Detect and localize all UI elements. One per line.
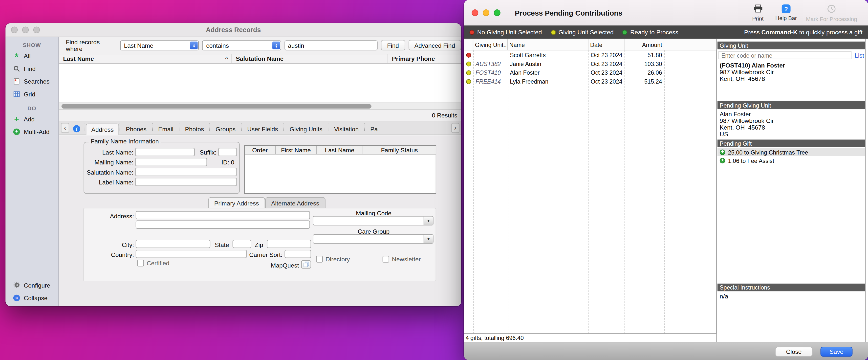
mailing-code-dropdown[interactable]: ▼ [313,216,434,226]
results-table-body[interactable] [59,64,461,103]
horizontal-scrollbar[interactable] [59,103,461,110]
tab-photos[interactable]: Photos [180,123,209,134]
tab-primary-address[interactable]: Primary Address [208,197,265,208]
tab-email[interactable]: Email [153,123,179,134]
search-value-input[interactable] [285,40,378,50]
directory-checkbox[interactable] [316,256,323,263]
sidebar-item-grid[interactable]: Grid [5,88,58,100]
zoom-button[interactable] [494,9,500,16]
pending-unit-address1: 987 Willowbrook Cir [720,117,774,124]
tab-phones[interactable]: Phones [121,123,152,134]
gift-label: 25.00 to Giving Christmas Tree [728,149,808,155]
last-name-field[interactable] [135,148,195,156]
operator-select[interactable]: contains ▲▼ [203,40,281,50]
print-button[interactable]: Print [747,4,769,22]
list-link[interactable]: List [855,52,864,58]
tab-pa-truncated[interactable]: Pa [365,123,382,134]
find-bar: Find records where Last Name ▲▼ contains… [59,37,461,53]
scroll-tabs-left-button[interactable]: ‹ [61,123,69,133]
tab-address[interactable]: Address [86,123,119,135]
column-header-giving-unit[interactable]: Giving Unit... [473,39,508,50]
table-row[interactable]: FREE414 Lyla Freedman Oct 23 2024 515.24 [464,77,716,86]
search-icon [13,65,21,72]
tab-separator [364,123,365,130]
pending-gifts-table[interactable]: Giving Unit... Name Date Amount Scott Ga… [464,39,717,342]
column-header-salutation-name[interactable]: Salutation Name [232,54,388,63]
certified-checkbox[interactable] [137,260,144,267]
giving-unit-search-input[interactable] [718,51,851,59]
table-row[interactable]: AUST382 Janie Austin Oct 23 2024 103.30 [464,59,716,68]
suffix-field[interactable] [218,148,237,156]
sidebar-item-searches[interactable]: Searches [5,75,58,88]
save-button[interactable]: Save [820,347,853,357]
table-row[interactable]: FOST410 Alan Foster Oct 23 2024 26.06 [464,68,716,77]
country-field[interactable] [136,250,247,258]
column-header-date[interactable]: Date [588,39,625,50]
city-label: City: [84,242,134,248]
city-field[interactable] [136,240,210,248]
tab-user-fields[interactable]: User Fields [242,123,283,134]
sidebar-item-label: Multi-Add [24,128,50,135]
sidebar-item-all[interactable]: * All [5,49,58,62]
address-line1-field[interactable] [136,211,310,219]
column-header-family-status[interactable]: Family Status [363,146,435,154]
column-header-primary-phone[interactable]: Primary Phone [388,54,461,63]
date-cell: Oct 23 2024 [588,78,625,85]
column-header-last-name[interactable]: Last Name ^ [59,54,232,63]
scroll-tabs-right-button[interactable]: › [451,123,460,133]
sidebar-item-multi-add[interactable]: + Multi-Add [5,125,58,138]
mailing-name-field[interactable] [135,158,207,166]
column-header-name[interactable]: Name [508,39,588,50]
scrollbar-thumb[interactable] [62,104,371,109]
sidebar-item-configure[interactable]: Configure [5,279,58,292]
close-button[interactable]: Close [775,347,813,357]
tab-info[interactable]: i [69,123,84,134]
column-header-order[interactable]: Order [245,146,276,154]
window-title: Address Records [5,26,461,34]
tab-visitation[interactable]: Visitation [329,123,364,134]
sidebar-item-collapse[interactable]: « Collapse [5,291,58,304]
pending-unit-country: US [720,131,774,138]
state-field[interactable] [232,240,251,248]
help-bar-button[interactable]: ? Help Bar [772,4,800,21]
tab-groups[interactable]: Groups [211,123,241,134]
zoom-button[interactable] [33,27,40,33]
field-select[interactable]: Last Name ▲▼ [120,40,199,50]
red-status-dot [466,53,471,57]
address-window-titlebar[interactable]: Address Records [5,23,461,37]
find-button[interactable]: Find [381,40,405,51]
scroll-left-icon: ‹ [64,124,66,132]
pending-gift-item[interactable]: + 25.00 to Giving Christmas Tree [717,148,865,156]
close-button[interactable] [471,9,478,16]
directory-label: Directory [326,256,350,263]
newsletter-checkbox[interactable] [382,256,389,263]
label-name-field[interactable] [135,178,237,186]
close-button[interactable] [11,27,18,33]
column-header-status[interactable] [464,39,473,50]
column-header-last-name[interactable]: Last Name [317,146,363,154]
salutation-name-field[interactable] [135,168,237,176]
care-group-dropdown[interactable]: ▼ [313,234,434,244]
zip-field[interactable] [267,240,311,248]
address-line2-field[interactable] [136,220,310,229]
minimize-button[interactable] [483,9,489,16]
column-header-first-name[interactable]: First Name [276,146,317,154]
sidebar-item-add[interactable]: + Add [5,113,58,125]
tab-giving-units[interactable]: Giving Units [285,123,328,134]
sidebar-item-find[interactable]: Find [5,62,58,75]
mapquest-button[interactable] [301,260,311,269]
gifts-table-header: Giving Unit... Name Date Amount [464,39,716,51]
carrier-sort-field[interactable] [284,250,311,258]
minimize-button[interactable] [22,27,29,33]
pending-gift-item[interactable]: + 1.06 to Fee Assist [717,156,865,165]
pending-giving-unit: Alan Foster 987 Willowbrook Cir Kent, OH… [720,111,774,138]
column-header-amount[interactable]: Amount [625,39,664,50]
mark-for-processing-button-disabled[interactable]: Mark For Processing [803,4,860,22]
tab-alternate-address[interactable]: Alternate Address [265,197,325,208]
advanced-find-button[interactable]: Advanced Find [408,40,461,51]
family-members-table[interactable]: Order First Name Last Name Family Status [244,145,436,194]
address-subtabs: Primary Address Alternate Address [208,197,325,208]
contributions-main-area: Giving Unit... Name Date Amount Scott Ga… [464,39,868,342]
column-divider [473,51,474,334]
table-row[interactable]: Scott Garretts Oct 23 2024 51.80 [464,51,716,59]
